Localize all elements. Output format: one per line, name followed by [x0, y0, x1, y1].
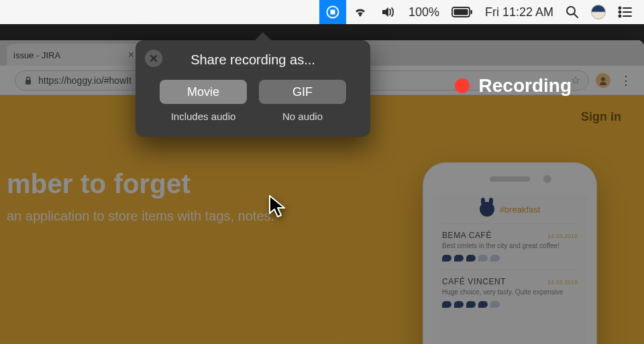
card-date: 14.03.2018 — [547, 279, 578, 286]
svg-point-9 — [619, 11, 621, 13]
gif-subtext: No audio — [259, 111, 346, 122]
svg-point-11 — [619, 15, 621, 17]
browser-menu-icon[interactable]: ⋮ — [620, 74, 632, 87]
close-icon — [150, 54, 158, 62]
signin-link[interactable]: Sign in — [581, 110, 621, 124]
menubar-clock[interactable]: Fri 11:22 AM — [479, 0, 559, 24]
share-gif-button[interactable]: GIF — [259, 80, 346, 104]
card-desc: Best omlets in the city and great coffee… — [442, 242, 578, 249]
share-movie-button[interactable]: Movie — [160, 80, 247, 104]
lock-icon — [23, 76, 33, 85]
svg-rect-3 — [453, 9, 468, 15]
svg-point-5 — [567, 7, 575, 15]
notification-center[interactable] — [612, 0, 639, 24]
card-desc: Huge choice, very tasty. Quite expensive — [442, 288, 578, 296]
battery-icon — [451, 7, 473, 17]
phone-screen: #breakfast BEMA CAFÉ 14.03.2018 Best oml… — [433, 195, 587, 344]
close-tab-icon[interactable]: × — [128, 50, 134, 60]
close-popover-button[interactable] — [145, 50, 162, 67]
tab-title: issue - JIRA — [13, 50, 60, 60]
volume-status[interactable] — [374, 0, 402, 24]
card-rating — [442, 255, 578, 262]
svg-rect-4 — [470, 10, 472, 14]
url-text: https://hoggy.io/#howIt — [38, 75, 131, 86]
volume-icon — [380, 6, 396, 18]
record-dot-icon — [455, 78, 470, 93]
svg-line-6 — [574, 14, 578, 17]
stop-record-icon — [326, 5, 339, 19]
mouse-cursor — [268, 194, 287, 221]
card-rating — [442, 301, 578, 308]
search-icon — [566, 5, 579, 19]
cursor-icon — [268, 194, 287, 219]
svg-point-14 — [601, 77, 605, 81]
popover-title: Share recording as... — [149, 52, 357, 68]
browser-tab[interactable]: issue - JIRA × — [7, 44, 141, 66]
siri-icon — [591, 5, 606, 19]
siri-menu-item[interactable] — [585, 0, 612, 24]
phone-card: CAFÉ VINCENT 14.03.2018 Huge choice, ver… — [442, 270, 578, 316]
phone-mockup: #breakfast BEMA CAFÉ 14.03.2018 Best oml… — [423, 162, 597, 344]
list-icon — [618, 6, 633, 18]
profile-avatar[interactable] — [596, 73, 610, 88]
movie-subtext: Includes audio — [160, 111, 247, 122]
spotlight-search[interactable] — [559, 0, 585, 24]
card-date: 14.03.2018 — [547, 233, 578, 239]
wifi-icon — [352, 6, 368, 18]
battery-percent[interactable]: 100% — [402, 0, 445, 24]
recording-label: Recording — [479, 75, 572, 97]
phone-card: BEMA CAFÉ 14.03.2018 Best omlets in the … — [442, 223, 578, 270]
wifi-status[interactable] — [346, 0, 374, 24]
svg-point-7 — [619, 7, 621, 9]
user-icon — [598, 76, 608, 85]
card-name: BEMA CAFÉ — [442, 231, 492, 240]
share-recording-popover: Share recording as... Movie GIF Includes… — [136, 40, 370, 137]
stop-recording-menu-item[interactable] — [319, 0, 346, 24]
recording-indicator: Recording — [455, 75, 572, 97]
card-name: CAFÉ VINCENT — [442, 277, 506, 286]
battery-status[interactable] — [445, 0, 479, 24]
svg-rect-13 — [25, 80, 31, 84]
macos-menubar: 100% Fri 11:22 AM — [0, 0, 644, 24]
phone-tag: #breakfast — [500, 205, 541, 215]
app-logo-icon — [480, 202, 494, 217]
bookmark-star-icon[interactable]: ☆ — [571, 74, 580, 87]
svg-rect-1 — [330, 10, 335, 15]
